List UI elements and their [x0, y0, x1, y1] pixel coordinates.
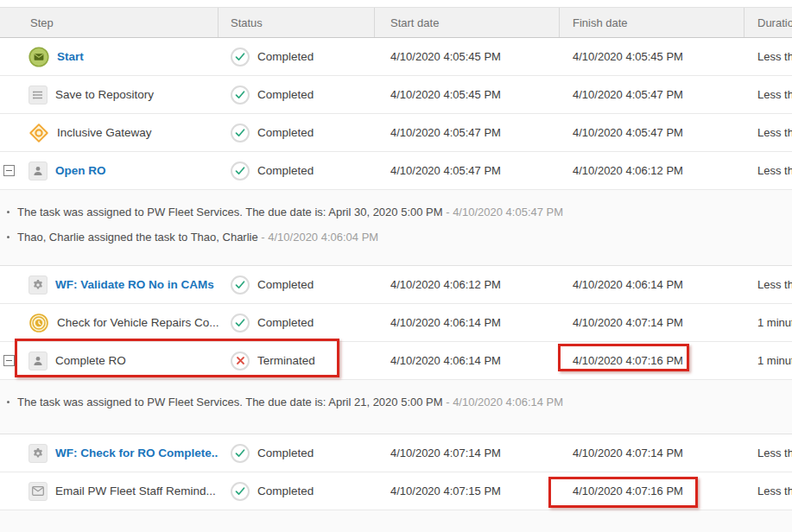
step-cell: Inclusive Gateway [0, 114, 219, 151]
finish-date-text: 4/10/2020 4:05:45 PM [573, 50, 683, 63]
step-row: Open ROCompleted4/10/2020 4:05:47 PM4/10… [0, 152, 792, 190]
finish-date-text: 4/10/2020 4:05:47 PM [573, 88, 683, 101]
activity-note: Thao, Charlie assigned the task to Thao,… [7, 230, 792, 244]
step-label[interactable]: Start [57, 50, 84, 63]
step-label[interactable]: WF: Validate RO No in CAMs [55, 278, 214, 291]
table-body: StartCompleted4/10/2020 4:05:45 PM4/10/2… [0, 38, 792, 510]
status-cell: Completed [219, 266, 375, 303]
status-cell: Completed [219, 434, 375, 472]
document-icon [29, 86, 48, 104]
gear-icon [29, 444, 48, 463]
start-date-cell: 4/10/2020 4:07:14 PM [375, 434, 560, 472]
status-completed-icon [231, 276, 250, 294]
step-cell: Save to Repository [0, 76, 219, 113]
collapse-toggle[interactable] [3, 355, 15, 366]
finish-date-text: 4/10/2020 4:06:14 PM [573, 278, 683, 291]
status-completed-icon [231, 124, 250, 142]
duration-cell: Less tha [744, 434, 792, 472]
duration-text: Less tha [757, 50, 792, 63]
bottom-filler [0, 510, 792, 532]
step-cell: Check for Vehicle Repairs Co... [0, 304, 219, 341]
bullet-dot [7, 236, 10, 238]
table-header-row: StepStatusStart dateFinish dateDuration [0, 7, 792, 38]
step-row: WF: Validate RO No in CAMsCompleted4/10/… [0, 266, 792, 304]
status-text: Completed [257, 316, 314, 329]
duration-text: 1 minut [757, 316, 792, 329]
start-date-cell: 4/10/2020 4:05:47 PM [375, 152, 560, 189]
step-cell: Email PW Fleet Staff Remind... [0, 472, 219, 510]
finish-date-cell: 4/10/2020 4:07:16 PM [560, 472, 744, 510]
start-date-cell: 4/10/2020 4:05:47 PM [375, 114, 560, 151]
mail-icon [29, 482, 48, 501]
status-text: Completed [257, 88, 314, 101]
duration-cell: Less tha [744, 76, 792, 113]
gear-icon [29, 276, 48, 294]
finish-date-text: 4/10/2020 4:07:16 PM [573, 484, 683, 497]
duration-text: 1 minut [757, 354, 792, 367]
column-header-start[interactable]: Start date [375, 8, 560, 37]
duration-text: Less tha [757, 164, 792, 177]
column-header-step[interactable]: Step [0, 8, 219, 37]
start-date-cell: 4/10/2020 4:05:45 PM [375, 76, 560, 113]
start-event-icon [29, 47, 49, 67]
step-cell: Start [0, 38, 219, 75]
duration-cell: Less tha [744, 472, 792, 510]
status-cell: Completed [219, 472, 375, 510]
duration-text: Less tha [757, 126, 792, 139]
start-date-text: 4/10/2020 4:05:47 PM [390, 126, 501, 139]
step-label: Email PW Fleet Staff Remind... [55, 484, 216, 497]
start-date-cell: 4/10/2020 4:06:14 PM [375, 342, 560, 379]
finish-date-text: 4/10/2020 4:07:14 PM [573, 316, 683, 329]
step-cell: WF: Validate RO No in CAMs [0, 266, 219, 303]
start-date-cell: 4/10/2020 4:07:15 PM [375, 472, 560, 510]
step-label: Save to Repository [55, 88, 154, 101]
step-row: Complete ROTerminated4/10/2020 4:06:14 P… [0, 342, 792, 380]
top-strip [0, 0, 792, 7]
duration-text: Less tha [757, 88, 792, 101]
status-completed-icon [231, 48, 250, 66]
step-cell: Open RO [0, 152, 219, 189]
status-text: Completed [257, 484, 314, 497]
column-header-status[interactable]: Status [219, 8, 375, 37]
start-date-cell: 4/10/2020 4:06:12 PM [375, 266, 560, 303]
step-label[interactable]: WF: Check for RO Complete... [55, 446, 219, 459]
status-terminated-icon [231, 352, 250, 370]
finish-date-text: 4/10/2020 4:07:16 PM [573, 354, 683, 367]
inclusive-gateway-icon [29, 123, 49, 143]
finish-date-text: 4/10/2020 4:05:47 PM [573, 126, 683, 139]
duration-cell: 1 minut [744, 304, 792, 341]
start-date-text: 4/10/2020 4:07:15 PM [390, 484, 501, 497]
start-date-text: 4/10/2020 4:06:14 PM [390, 354, 501, 367]
bullet-dot [7, 401, 10, 403]
finish-date-cell: 4/10/2020 4:07:14 PM [560, 304, 744, 341]
duration-cell: 1 minut [744, 342, 792, 379]
start-date-text: 4/10/2020 4:06:12 PM [390, 278, 501, 291]
duration-cell: Less tha [744, 152, 792, 189]
finish-date-cell: 4/10/2020 4:06:12 PM [560, 152, 744, 189]
activity-notes-section: The task was assigned to PW Fleet Servic… [0, 380, 792, 434]
start-date-text: 4/10/2020 4:07:14 PM [390, 446, 501, 459]
activity-notes-section: The task was assigned to PW Fleet Servic… [0, 190, 792, 266]
status-completed-icon [231, 86, 250, 104]
status-cell: Completed [219, 76, 375, 113]
status-cell: Completed [219, 38, 375, 75]
duration-text: Less tha [757, 446, 792, 459]
duration-cell: Less tha [744, 38, 792, 75]
workflow-history-panel: StepStatusStart dateFinish dateDuration … [0, 0, 792, 532]
column-header-finish[interactable]: Finish date [560, 8, 744, 37]
status-text: Completed [257, 50, 314, 63]
finish-date-cell: 4/10/2020 4:05:45 PM [560, 38, 744, 75]
status-text: Completed [257, 446, 314, 459]
note-text: The task was assigned to PW Fleet Servic… [17, 205, 563, 219]
step-label[interactable]: Open RO [55, 164, 106, 177]
column-header-duration[interactable]: Duration [744, 8, 792, 37]
collapse-toggle[interactable] [3, 165, 15, 176]
duration-cell: Less tha [744, 266, 792, 303]
start-date-text: 4/10/2020 4:05:45 PM [390, 88, 501, 101]
note-text: Thao, Charlie assigned the task to Thao,… [17, 230, 378, 244]
timer-icon [29, 313, 49, 333]
status-completed-icon [231, 444, 250, 463]
status-cell: Completed [219, 152, 375, 189]
status-cell: Completed [219, 304, 375, 341]
person-icon [29, 352, 48, 370]
